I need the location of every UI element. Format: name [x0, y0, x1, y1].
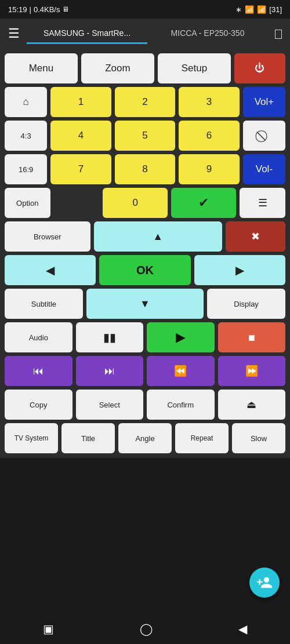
- list-button[interactable]: ☰: [240, 188, 285, 218]
- setup-button[interactable]: Setup: [158, 53, 231, 83]
- spacer: [0, 458, 290, 614]
- signal-icon: 📶: [245, 5, 254, 14]
- nav-back-button[interactable]: ◀: [227, 617, 259, 641]
- skip-prev-button[interactable]: ⏮: [5, 356, 72, 386]
- browser-button[interactable]: Browser: [5, 221, 90, 252]
- mute-button[interactable]: ⃠: [243, 121, 285, 151]
- top-nav: ☰ SAMSUNG - SmartRe... MICCA - EP250-350…: [0, 19, 290, 49]
- tab-samsung[interactable]: SAMSUNG - SmartRe...: [27, 24, 147, 44]
- tab-micca[interactable]: MICCA - EP250-350: [147, 24, 268, 44]
- power-icon: ⏻: [255, 63, 264, 74]
- home-icon: ⌂: [23, 96, 28, 108]
- num0-button[interactable]: 0: [103, 188, 168, 218]
- aspect43-button[interactable]: 4:3: [5, 121, 47, 151]
- ok-button[interactable]: OK: [99, 255, 190, 285]
- row-audio: Audio ▮▮ ▶ ■: [5, 322, 285, 352]
- fab-button[interactable]: [249, 567, 280, 598]
- row-ok: ◀ OK ▶: [5, 255, 285, 285]
- title-button[interactable]: Title: [61, 423, 115, 453]
- confirm-button[interactable]: Confirm: [147, 390, 215, 420]
- angle-button[interactable]: Angle: [118, 423, 172, 453]
- row-copy: Copy Select Confirm ⏏: [5, 390, 285, 420]
- num7-button[interactable]: 7: [50, 154, 111, 184]
- skip-next-button[interactable]: ⏭: [76, 356, 144, 386]
- close-button[interactable]: ✖: [226, 221, 285, 252]
- rewind-button[interactable]: ⏪: [147, 356, 215, 386]
- hamburger-menu[interactable]: ☰: [6, 24, 22, 43]
- wifi-icon: 📶: [257, 5, 266, 14]
- up-button[interactable]: ▲: [94, 221, 222, 252]
- row-menu: Menu Zoom Setup ⏻: [5, 53, 285, 83]
- play-button[interactable]: ▶: [147, 322, 215, 352]
- fastforward-button[interactable]: ⏩: [218, 356, 286, 386]
- option-button[interactable]: Option: [5, 188, 50, 218]
- screen-icon: 🖥: [62, 5, 69, 13]
- row-browser: Browser ▲ ✖: [5, 221, 285, 252]
- subtitle-button[interactable]: Subtitle: [5, 289, 83, 319]
- slow-button[interactable]: Slow: [232, 423, 285, 453]
- row-skip: ⏮ ⏭ ⏪ ⏩: [5, 356, 285, 386]
- person-add-icon: [256, 574, 273, 591]
- zoom-button[interactable]: Zoom: [81, 53, 154, 83]
- vol-minus-button[interactable]: Vol-: [243, 154, 285, 184]
- left-button[interactable]: ◀: [5, 255, 96, 285]
- repeat-button[interactable]: Repeat: [175, 423, 229, 453]
- pause-button[interactable]: ▮▮: [76, 322, 144, 352]
- select-button[interactable]: Select: [76, 390, 144, 420]
- row-tvsystem: TV System Title Angle Repeat Slow: [5, 423, 285, 453]
- num4-button[interactable]: 4: [50, 121, 111, 151]
- copy-button[interactable]: Copy: [5, 390, 72, 420]
- num5-button[interactable]: 5: [115, 121, 176, 151]
- right-button[interactable]: ▶: [194, 255, 285, 285]
- nav-home-button[interactable]: ◯: [128, 617, 164, 641]
- row-option: Option 0 ✔ ☰: [5, 188, 285, 218]
- nav-square-button[interactable]: ▣: [31, 617, 66, 641]
- row-456: 4:3 4 5 6 ⃠: [5, 121, 285, 151]
- row-789: 16:9 7 8 9 Vol-: [5, 154, 285, 184]
- eject-button[interactable]: ⏏: [218, 390, 286, 420]
- stop-button[interactable]: ■: [218, 322, 286, 352]
- status-bar: 15:19 | 0.4KB/s 🖥 ∗ 📶 📶 [31]: [0, 0, 290, 19]
- menu-button[interactable]: Menu: [5, 53, 78, 83]
- nav-tabs: SAMSUNG - SmartRe... MICCA - EP250-350: [27, 24, 268, 44]
- aspect169-button[interactable]: 16:9: [5, 154, 47, 184]
- time: 15:19: [8, 5, 27, 14]
- bluetooth-icon: ∗: [235, 5, 242, 14]
- home-button[interactable]: ⌂: [5, 87, 47, 117]
- power-button[interactable]: ⏻: [234, 53, 285, 83]
- display-button[interactable]: Display: [207, 289, 285, 319]
- tvsystem-button[interactable]: TV System: [5, 423, 58, 453]
- check-button[interactable]: ✔: [171, 188, 236, 218]
- remote-control: Menu Zoom Setup ⏻ ⌂ 1 2 3 Vol+ 4:3 4 5 6…: [0, 49, 290, 458]
- num8-button[interactable]: 8: [115, 154, 176, 184]
- down-button[interactable]: ▼: [86, 289, 204, 319]
- num9-button[interactable]: 9: [179, 154, 240, 184]
- row-123: ⌂ 1 2 3 Vol+: [5, 87, 285, 117]
- row-subtitle: Subtitle ▼ Display: [5, 289, 285, 319]
- vol-plus-button[interactable]: Vol+: [243, 87, 285, 117]
- num6-button[interactable]: 6: [179, 121, 240, 151]
- num2-button[interactable]: 2: [115, 87, 176, 117]
- cast-icon[interactable]: ⎕: [273, 25, 284, 43]
- data-rate: 0.4KB/s: [34, 5, 60, 14]
- audio-button[interactable]: Audio: [5, 322, 72, 352]
- num3-button[interactable]: 3: [179, 87, 240, 117]
- num1-button[interactable]: 1: [50, 87, 111, 117]
- data-speed: |: [30, 5, 31, 14]
- nav-bottom: ▣ ◯ ◀: [0, 614, 290, 644]
- battery-icon: [31]: [269, 5, 282, 14]
